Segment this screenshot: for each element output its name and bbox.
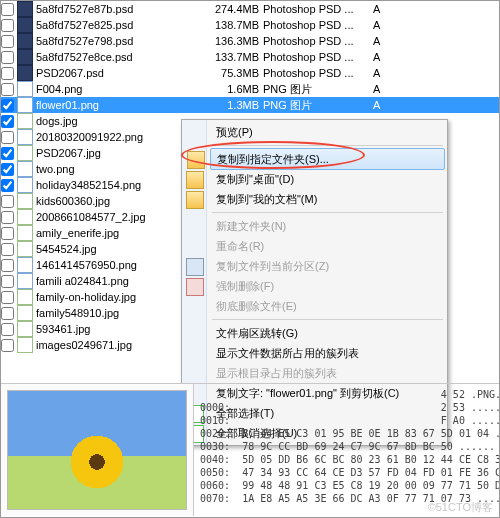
file-checkbox[interactable] xyxy=(1,67,14,80)
file-name: family548910.jpg xyxy=(36,305,199,321)
context-item: 重命名(R) xyxy=(210,236,445,256)
jpg-icon xyxy=(17,193,33,209)
jpg-icon xyxy=(17,145,33,161)
jpg-icon xyxy=(17,225,33,241)
context-item: 复制文件到当前分区(Z) xyxy=(210,256,445,276)
file-name: family-on-holiday.jpg xyxy=(36,289,199,305)
file-checkbox[interactable] xyxy=(1,195,14,208)
file-checkbox[interactable] xyxy=(1,99,14,112)
hex-viewer[interactable]: 4 52 .PNG. 0000: 2 53 ...... 0010: F A0 … xyxy=(194,384,499,517)
file-checkbox[interactable] xyxy=(1,19,14,32)
file-checkbox[interactable] xyxy=(1,339,14,352)
context-item: 彻底删除文件(E) xyxy=(210,296,445,316)
file-row[interactable]: flower01.png1.3MBPNG 图片A xyxy=(1,97,499,113)
file-attr: A xyxy=(373,81,393,97)
file-name: 20180320091922.png xyxy=(36,129,199,145)
psd-icon xyxy=(17,17,33,33)
file-checkbox[interactable] xyxy=(1,83,14,96)
file-name: 5a8fd7527e798.psd xyxy=(36,33,199,49)
context-item[interactable]: 文件扇区跳转(G) xyxy=(210,323,445,343)
file-checkbox[interactable] xyxy=(1,323,14,336)
folder-icon xyxy=(187,151,205,169)
copy-icon xyxy=(186,258,204,276)
file-name: 1461414576950.png xyxy=(36,257,199,273)
png-icon xyxy=(17,257,33,273)
psd-icon xyxy=(17,49,33,65)
file-checkbox[interactable] xyxy=(1,147,14,160)
file-checkbox[interactable] xyxy=(1,3,14,16)
context-item-label: 新建文件夹(N) xyxy=(216,220,286,232)
png-icon xyxy=(17,97,33,113)
context-item-label: 重命名(R) xyxy=(216,240,264,252)
png-icon xyxy=(17,273,33,289)
psd-icon xyxy=(17,1,33,17)
file-row[interactable]: 5a8fd7527e825.psd138.7MBPhotoshop PSD ..… xyxy=(1,17,499,33)
file-size: 1.6MB xyxy=(199,81,263,97)
file-checkbox[interactable] xyxy=(1,291,14,304)
file-checkbox[interactable] xyxy=(1,51,14,64)
file-name: flower01.png xyxy=(36,97,199,113)
folder-icon xyxy=(186,191,204,209)
file-row[interactable]: F004.png1.6MBPNG 图片A xyxy=(1,81,499,97)
sunflower-graphic xyxy=(66,431,128,493)
file-name: two.png xyxy=(36,161,199,177)
file-checkbox[interactable] xyxy=(1,211,14,224)
file-attr: A xyxy=(373,17,393,33)
context-item-label: 彻底删除文件(E) xyxy=(216,300,297,312)
file-size: 136.3MB xyxy=(199,33,263,49)
file-type: PNG 图片 xyxy=(263,97,373,113)
file-name: famili a024841.png xyxy=(36,273,199,289)
file-row[interactable]: 5a8fd7527e8ce.psd133.7MBPhotoshop PSD ..… xyxy=(1,49,499,65)
file-name: dogs.jpg xyxy=(36,113,199,129)
context-separator xyxy=(212,212,443,213)
file-row[interactable]: 5a8fd7527e798.psd136.3MBPhotoshop PSD ..… xyxy=(1,33,499,49)
file-attr: A xyxy=(373,65,393,81)
context-item[interactable]: 复制到"桌面"(D) xyxy=(210,169,445,189)
context-item[interactable]: 预览(P) xyxy=(210,122,445,142)
file-name: PSD2067.psd xyxy=(36,65,199,81)
file-checkbox[interactable] xyxy=(1,307,14,320)
psd-icon xyxy=(17,33,33,49)
png-icon xyxy=(17,177,33,193)
context-item[interactable]: 复制到指定文件夹(S)... xyxy=(210,148,445,170)
jpg-icon xyxy=(17,289,33,305)
file-checkbox[interactable] xyxy=(1,179,14,192)
file-row[interactable]: 5a8fd7527e87b.psd274.4MBPhotoshop PSD ..… xyxy=(1,1,499,17)
file-attr: A xyxy=(373,1,393,17)
file-checkbox[interactable] xyxy=(1,259,14,272)
context-item-label: 预览(P) xyxy=(216,126,253,138)
file-checkbox[interactable] xyxy=(1,243,14,256)
file-name: 5a8fd7527e8ce.psd xyxy=(36,49,199,65)
context-item-label: 文件扇区跳转(G) xyxy=(216,327,298,339)
file-checkbox[interactable] xyxy=(1,131,14,144)
jpg-icon xyxy=(17,321,33,337)
file-name: 5454524.jpg xyxy=(36,241,199,257)
file-name: amily_enerife.jpg xyxy=(36,225,199,241)
thumbnail-image xyxy=(7,390,187,510)
file-type: Photoshop PSD ... xyxy=(263,65,373,81)
file-checkbox[interactable] xyxy=(1,163,14,176)
file-size: 274.4MB xyxy=(199,1,263,17)
context-item: 强制删除(F) xyxy=(210,276,445,296)
jpg-icon xyxy=(17,113,33,129)
file-name: PSD2067.jpg xyxy=(36,145,199,161)
file-checkbox[interactable] xyxy=(1,275,14,288)
context-item-label: 复制到"桌面"(D) xyxy=(216,173,294,185)
file-checkbox[interactable] xyxy=(1,35,14,48)
file-size: 138.7MB xyxy=(199,17,263,33)
jpg-icon xyxy=(17,241,33,257)
context-item[interactable]: 复制到"我的文档"(M) xyxy=(210,189,445,209)
file-row[interactable]: PSD2067.psd75.3MBPhotoshop PSD ...A xyxy=(1,65,499,81)
context-item[interactable]: 显示文件数据所占用的簇列表 xyxy=(210,343,445,363)
file-checkbox[interactable] xyxy=(1,227,14,240)
delete-icon xyxy=(186,278,204,296)
file-attr: A xyxy=(373,97,393,113)
jpg-icon xyxy=(17,337,33,353)
file-type: Photoshop PSD ... xyxy=(263,17,373,33)
file-name: 2008661084577_2.jpg xyxy=(36,209,199,225)
jpg-icon xyxy=(17,305,33,321)
file-checkbox[interactable] xyxy=(1,115,14,128)
png-icon xyxy=(17,129,33,145)
file-name: images0249671.jpg xyxy=(36,337,199,353)
file-name: 5a8fd7527e87b.psd xyxy=(36,1,199,17)
